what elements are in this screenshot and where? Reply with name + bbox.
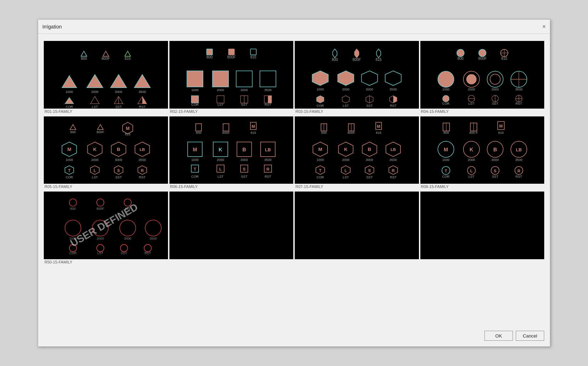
svg-text:800F: 800F — [347, 131, 355, 135]
svg-marker-10 — [111, 74, 127, 88]
svg-text:LST: LST — [217, 103, 224, 106]
cancel-button[interactable]: Cancel — [516, 331, 544, 341]
svg-text:2000: 2000 — [342, 88, 350, 91]
svg-text:COR: COR — [317, 176, 324, 179]
tile-r50[interactable]: 800 800F 815 1000 2000 3000 3500 — [44, 192, 168, 266]
svg-text:SST: SST — [492, 175, 498, 178]
svg-text:SST: SST — [241, 175, 247, 178]
svg-text:800: 800 — [443, 131, 449, 135]
svg-text:T: T — [68, 168, 70, 172]
svg-rect-40 — [217, 96, 224, 103]
svg-text:SST: SST — [366, 104, 373, 108]
tile-r01[interactable]: 800 800F 815 1000 2000 — [44, 41, 168, 115]
svg-text:M: M — [318, 147, 322, 152]
svg-rect-36 — [260, 71, 276, 87]
tile-r07-label: R07-15-FAMILY — [295, 184, 419, 190]
svg-text:3500: 3500 — [138, 158, 146, 162]
svg-text:3000: 3000 — [240, 158, 248, 162]
svg-text:T: T — [445, 168, 447, 173]
svg-text:815: 815 — [501, 57, 507, 61]
svg-rect-137 — [223, 124, 229, 131]
tile-r03[interactable]: 800 800F 815 1000 2000 3000 3500 — [295, 41, 419, 115]
svg-text:SST: SST — [121, 252, 127, 255]
svg-text:800F: 800F — [353, 58, 361, 62]
svg-rect-38 — [191, 96, 199, 103]
svg-marker-62 — [317, 96, 324, 103]
svg-marker-4 — [125, 51, 131, 56]
svg-point-74 — [479, 49, 486, 57]
svg-text:800: 800 — [70, 207, 75, 211]
tile-empty1-canvas — [169, 192, 294, 259]
svg-point-85 — [487, 71, 503, 87]
tile-r08[interactable]: 800 800 F M 815 M 1000 K 2000 — [420, 116, 545, 190]
svg-text:3000: 3000 — [115, 90, 122, 94]
tile-r08-canvas: 800 800 F M 815 M 1000 K 2000 — [420, 116, 545, 184]
svg-point-72 — [457, 49, 464, 57]
svg-rect-28 — [250, 49, 256, 55]
svg-text:3500: 3500 — [515, 158, 523, 162]
svg-text:2000: 2000 — [342, 158, 350, 162]
svg-point-80 — [438, 71, 454, 87]
svg-text:3500: 3500 — [264, 158, 272, 162]
tile-grid: 800 800F 815 1000 2000 — [44, 41, 544, 266]
svg-text:3500: 3500 — [389, 158, 397, 162]
tile-r05-label: R05-15-FAMILY — [44, 184, 168, 190]
tile-r04[interactable]: 800 800F 815 1000 2000 — [420, 41, 545, 115]
svg-point-232 — [69, 199, 77, 206]
svg-text:1000: 1000 — [191, 88, 199, 92]
svg-text:T: T — [194, 167, 196, 171]
svg-text:S: S — [117, 168, 120, 172]
svg-text:L: L — [345, 168, 347, 172]
svg-text:LST: LST — [343, 176, 349, 179]
svg-text:3000: 3000 — [366, 158, 373, 162]
svg-text:COR: COR — [442, 175, 450, 178]
svg-text:COR: COR — [69, 252, 77, 255]
svg-point-92 — [442, 95, 449, 102]
svg-text:800: 800 — [332, 58, 338, 62]
tile-r05[interactable]: 800 800F M 815 M 1000 K 2000 — [44, 116, 168, 190]
svg-point-244 — [145, 220, 161, 236]
svg-text:2000: 2000 — [217, 158, 224, 162]
svg-text:3500: 3500 — [515, 88, 523, 91]
svg-text:M: M — [67, 147, 71, 152]
tile-r04-canvas: 800 800F 815 1000 2000 — [420, 41, 545, 109]
svg-text:1000: 1000 — [442, 158, 450, 162]
svg-text:2000: 2000 — [468, 158, 475, 162]
svg-text:K: K — [344, 147, 348, 152]
svg-text:2000: 2000 — [91, 158, 99, 162]
svg-text:3000: 3000 — [491, 88, 499, 91]
svg-text:3500: 3500 — [389, 88, 397, 91]
svg-marker-50 — [355, 49, 359, 58]
svg-rect-24 — [206, 49, 212, 55]
svg-text:2000: 2000 — [91, 90, 99, 94]
svg-text:LST: LST — [217, 175, 224, 178]
svg-text:M: M — [377, 124, 380, 128]
tile-r01-canvas: 800 800F 815 1000 2000 — [44, 41, 168, 109]
svg-text:800F: 800F — [96, 207, 104, 211]
svg-marker-58 — [362, 71, 378, 85]
close-button[interactable]: × — [542, 24, 546, 30]
svg-text:SST: SST — [241, 103, 247, 106]
svg-text:T: T — [319, 168, 321, 172]
tile-r06[interactable]: 800 800F M 815 M 1000 K 2000 — [169, 116, 294, 190]
dialog-content: 800 800F 815 1000 2000 — [38, 34, 550, 271]
svg-text:COR: COR — [66, 176, 73, 179]
svg-marker-14 — [65, 98, 74, 104]
tile-r07[interactable]: 800 800F M 815 M 1000 K 2000 — [295, 116, 419, 190]
tile-r02[interactable]: 800 800F 815 1000 2000 3000 3500 — [169, 41, 294, 115]
svg-rect-135 — [195, 124, 201, 131]
svg-text:LST: LST — [92, 176, 98, 179]
tile-r07-canvas: 800 800F M 815 M 1000 K 2000 — [295, 116, 419, 184]
svg-text:800F: 800F — [102, 57, 110, 61]
tile-empty2-canvas — [295, 192, 419, 259]
svg-text:RST: RST — [145, 252, 151, 255]
svg-marker-106 — [98, 124, 103, 129]
svg-text:COR: COR — [442, 102, 450, 105]
tile-empty1 — [169, 192, 294, 266]
svg-text:3500: 3500 — [264, 88, 272, 92]
svg-text:3500: 3500 — [149, 237, 157, 241]
tile-r02-canvas: 800 800F 815 1000 2000 3000 3500 — [169, 41, 294, 109]
svg-text:R: R — [141, 168, 144, 172]
ok-button[interactable]: OK — [484, 331, 513, 341]
svg-text:L: L — [219, 167, 222, 171]
